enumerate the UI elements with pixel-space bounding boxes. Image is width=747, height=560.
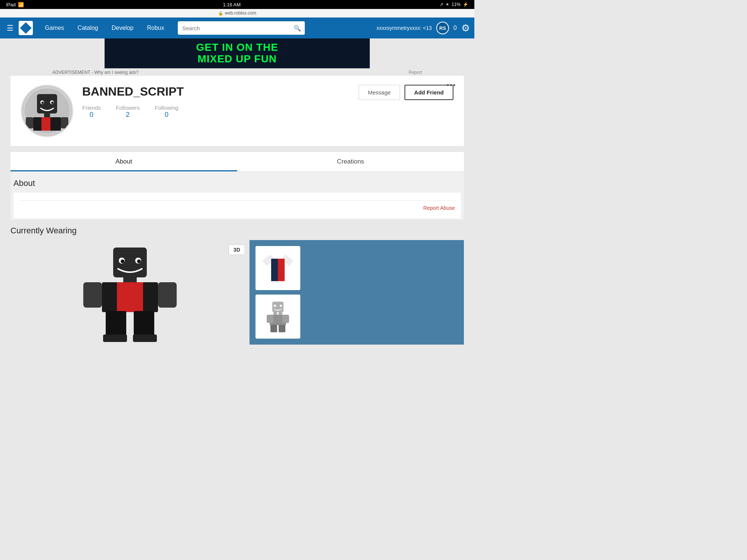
svg-rect-19 [83, 282, 102, 308]
following-label: Following [155, 105, 178, 111]
ad-report-link[interactable]: Report [409, 70, 422, 75]
svg-rect-8 [41, 117, 50, 131]
charging-icon: ⚡ [463, 2, 468, 7]
settings-icon[interactable]: ⚙ [461, 22, 470, 34]
about-content: Report Abuse [13, 193, 461, 218]
nav-username: xxxxsymmetryxxxx: <13 [376, 25, 432, 31]
stat-following: Following 0 [155, 105, 178, 119]
wearing-3d-view: 3D [10, 240, 249, 345]
svg-rect-35 [270, 325, 277, 332]
status-right: ↗ ✴ 11% ⚡ [440, 2, 468, 7]
svg-rect-33 [267, 315, 273, 323]
svg-point-5 [51, 102, 53, 104]
svg-point-14 [121, 259, 124, 263]
profile-username: BANNED_SCRIPT [82, 85, 350, 99]
svg-rect-25 [271, 259, 278, 281]
avatar-image [23, 87, 71, 135]
rs-badge[interactable]: RS [436, 22, 449, 34]
svg-rect-18 [117, 282, 143, 312]
wearing-item-shirt[interactable] [255, 246, 300, 290]
svg-rect-31 [279, 312, 282, 315]
svg-point-29 [280, 305, 282, 307]
status-time: 1:16 AM [223, 2, 241, 7]
profile-stats: Friends 0 Followers 2 Following 0 [82, 105, 350, 119]
navbar: ☰ Games Catalog Develop Robux 🔍 xxxxsymm… [0, 18, 474, 38]
svg-rect-10 [61, 117, 68, 128]
svg-rect-9 [26, 117, 33, 128]
search-container: 🔍 [178, 21, 305, 35]
character-3d [78, 242, 182, 343]
wearing-item-figure[interactable] [255, 295, 300, 339]
ad-banner: GET IN ON THE MIXED UP FUN [105, 38, 370, 68]
avatar [21, 85, 73, 137]
hamburger-button[interactable]: ☰ [4, 21, 16, 35]
profile-top: BANNED_SCRIPT Friends 0 Followers 2 Foll… [21, 85, 453, 137]
logo-mark [20, 22, 31, 34]
3d-button[interactable]: 3D [229, 245, 245, 255]
svg-rect-36 [279, 325, 285, 332]
tab-about[interactable]: About [10, 152, 237, 171]
followers-value: 2 [116, 111, 140, 119]
ad-text-line1: GET IN ON THE [196, 42, 278, 53]
svg-rect-24 [133, 335, 157, 342]
nav-catalog[interactable]: Catalog [72, 22, 104, 34]
svg-point-28 [274, 305, 276, 307]
url-bar: 🔒 web.roblox.com [0, 9, 474, 18]
nav-right: xxxxsymmetryxxxx: <13 RS 0 ⚙ [376, 22, 470, 34]
following-value: 0 [155, 111, 178, 119]
svg-rect-34 [282, 315, 289, 323]
url-text: web.roblox.com [225, 10, 256, 16]
status-left: iPad 📶 [6, 2, 24, 7]
ad-subtext: ADVERTISEMENT - Why am I seeing ads? Rep… [0, 68, 474, 76]
followers-label: Followers [116, 105, 140, 111]
message-button[interactable]: Message [359, 85, 400, 100]
svg-point-15 [137, 259, 141, 263]
search-button[interactable]: 🔍 [290, 21, 305, 35]
lock-icon: 🔒 [218, 11, 223, 16]
svg-rect-26 [278, 259, 285, 281]
svg-rect-20 [158, 282, 177, 308]
svg-rect-6 [44, 113, 50, 117]
nav-develop[interactable]: Develop [106, 22, 140, 34]
wearing-content: 3D [10, 240, 464, 345]
device-label: iPad [6, 2, 16, 7]
friends-value: 0 [82, 111, 101, 119]
figure-thumbnail [263, 300, 293, 333]
currently-wearing-section: Currently Wearing [10, 226, 464, 345]
status-bar: iPad 📶 1:16 AM ↗ ✴ 11% ⚡ [0, 0, 474, 9]
nav-robux[interactable]: Robux [141, 22, 170, 34]
add-friend-button[interactable]: Add Friend [405, 85, 453, 100]
search-input[interactable] [178, 21, 305, 35]
stat-followers: Followers 2 [116, 105, 140, 119]
about-divider [19, 200, 455, 200]
about-section: About Report Abuse [10, 172, 464, 220]
svg-rect-21 [106, 311, 126, 337]
bluetooth-icon: ✴ [446, 2, 449, 7]
ad-text-line2: MIXED UP FUN [196, 53, 278, 65]
report-abuse-link[interactable]: Report Abuse [19, 203, 455, 214]
tab-creations[interactable]: Creations [237, 152, 464, 171]
profile-options-button[interactable]: ••• [447, 82, 456, 88]
nav-games[interactable]: Games [39, 22, 70, 34]
about-title: About [10, 178, 464, 193]
ad-left-text: ADVERTISEMENT - Why am I seeing ads? [52, 70, 139, 75]
friends-label: Friends [82, 105, 101, 111]
stat-friends: Friends 0 [82, 105, 101, 119]
wifi-icon: 📶 [18, 2, 24, 7]
wearing-title: Currently Wearing [10, 226, 464, 236]
profile-actions: Message Add Friend [359, 85, 453, 100]
svg-rect-30 [273, 312, 277, 315]
nav-links: Games Catalog Develop Robux [39, 22, 170, 34]
wearing-items-panel [249, 240, 464, 345]
location-icon: ↗ [440, 2, 443, 7]
tabs-container: About Creations [10, 152, 464, 172]
svg-rect-16 [123, 277, 137, 283]
robux-count: 0 [453, 25, 457, 31]
svg-rect-22 [134, 311, 154, 337]
profile-card: ••• [10, 76, 464, 146]
shirt-thumbnail [259, 251, 297, 285]
roblox-logo[interactable] [19, 21, 33, 35]
svg-point-4 [41, 102, 44, 104]
battery-label: 11% [452, 2, 461, 7]
svg-rect-23 [103, 335, 127, 342]
